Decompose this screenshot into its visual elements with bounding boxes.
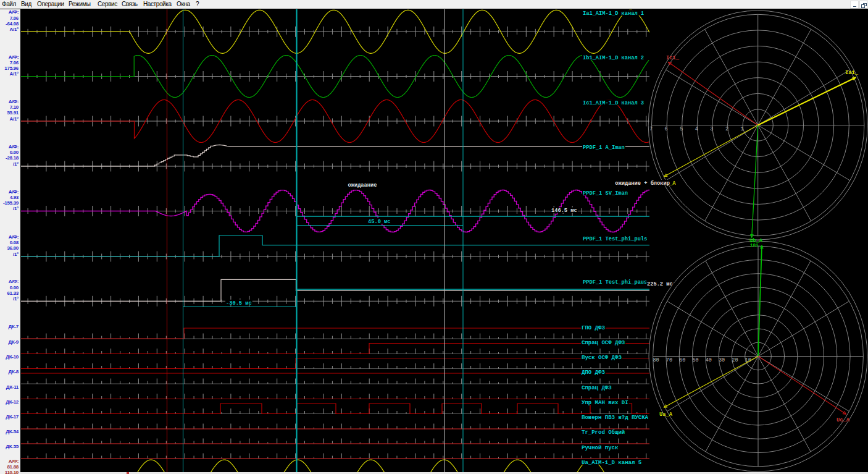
svg-text:Ia1_: Ia1_ [845,70,859,76]
svg-text:70: 70 [666,357,672,363]
svg-text:225.2 мс: 225.2 мс [647,281,673,287]
svg-text:Ua_A: Ua_A [659,412,673,418]
svg-text:Пуск ОСФ ДФЗ: Пуск ОСФ ДФЗ [582,355,622,361]
svg-text:60: 60 [679,357,685,363]
svg-text:PPDF_1 Test_phi_puls: PPDF_1 Test_phi_puls [583,236,647,242]
svg-text:PPDF_1 Test_phi_paus: PPDF_1 Test_phi_paus [583,279,647,286]
svg-text:1: 1 [741,126,744,132]
svg-text:40: 40 [706,357,712,363]
svg-text:Спрац ДФЗ: Спрац ДФЗ [582,385,612,391]
svg-text:4: 4 [695,126,698,132]
svg-text:Поверн ПВЗ в?д ПУСКА: Поверн ПВЗ в?д ПУСКА [582,415,649,421]
svg-text:_А: _А [669,180,676,187]
svg-text:Ib1_AIM-1_D канал 2: Ib1_AIM-1_D канал 2 [583,55,644,61]
svg-text:80: 80 [653,357,659,363]
svg-text:7: 7 [649,126,653,132]
svg-text:ожидание + блокир: ожидание + блокир [615,180,670,187]
svg-text:ГПО ДФЗ: ГПО ДФЗ [582,325,605,331]
svg-text:5: 5 [680,126,683,132]
svg-text:45.0 мс: 45.0 мс [368,219,391,225]
svg-text:101: 101 [750,243,759,248]
svg-text:Спрац ОСФ ДФЗ: Спрац ОСФ ДФЗ [582,340,625,346]
svg-text:30: 30 [719,357,725,363]
svg-text:ДПО ДФЗ: ДПО ДФЗ [582,370,605,376]
svg-text:Ia1_AIM-1_D канал 1: Ia1_AIM-1_D канал 1 [583,11,644,17]
svg-text:Ua_AIM-1_D канал 5: Ua_AIM-1_D канал 5 [582,460,641,466]
svg-text:3: 3 [710,126,713,132]
svg-text:Uc_A: Uc_A [837,417,850,423]
svg-text:2: 2 [725,126,728,132]
svg-text:Упр МАН вих DI: Упр МАН вих DI [582,400,628,406]
svg-text:6: 6 [665,126,668,132]
svg-text:PPDF_1 A_Iman: PPDF_1 A_Iman [583,145,625,151]
svg-text:20: 20 [732,357,738,363]
svg-text:-30.5 мс: -30.5 мс [226,300,252,307]
svg-text:ожидаание: ожидаание [348,182,377,188]
svg-text:Tr_Prod Общий: Tr_Prod Общий [582,429,625,436]
svg-text:Ручной пуск: Ручной пуск [582,445,619,451]
svg-text:50: 50 [692,357,698,363]
svg-text:PPDF_1 SV_Iman: PPDF_1 SV_Iman [583,190,628,197]
svg-text:Ic1_AIM-1_D канал 3: Ic1_AIM-1_D канал 3 [583,100,644,106]
svg-text:10: 10 [745,357,751,363]
svg-text:Ic1_: Ic1_ [666,55,680,61]
svg-text:146.5 мс: 146.5 мс [551,208,577,214]
